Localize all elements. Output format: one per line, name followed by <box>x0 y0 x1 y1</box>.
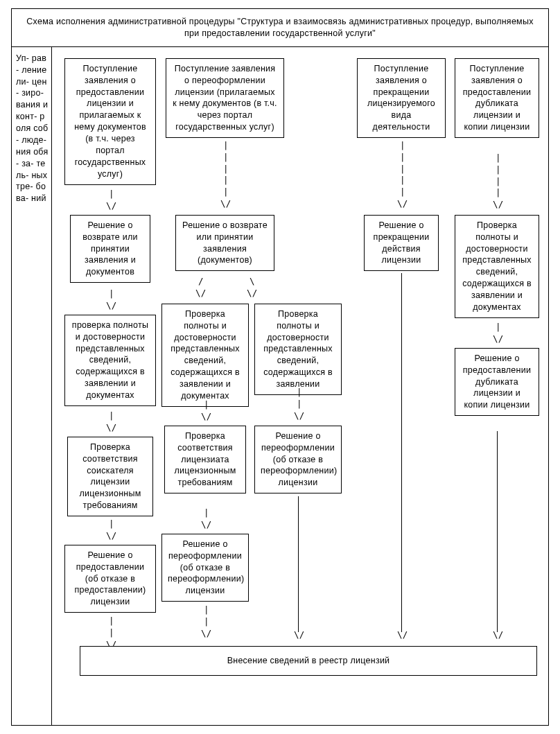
arrow: |||||\/ <box>220 140 231 210</box>
node-c2-r4a: Проверка соответствия лицензиата лицензи… <box>164 426 246 493</box>
node-c1-r5: Решение о предоставлении (об отказе в пр… <box>64 545 156 613</box>
node-c1-r2: Решение о возврате или принятии заявлени… <box>70 215 150 283</box>
node-final: Внесение сведений в реестр лицензий <box>80 646 537 676</box>
node-c2-r3b: Проверка полноты и достоверности предста… <box>254 304 342 395</box>
arrow: |\/ <box>493 322 504 345</box>
arrow: |\/ <box>106 189 117 212</box>
arrow: /\/ <box>195 276 207 299</box>
arrow: |\/ <box>201 507 212 531</box>
page: Схема исполнения административной процед… <box>0 0 560 734</box>
text: Решение о предоставлении дубликата лицен… <box>463 353 531 410</box>
node-c1-r4: Проверка соответствия соискателя лицензи… <box>67 437 153 516</box>
text: Поступление заявления о предоставлении л… <box>74 64 146 179</box>
arrow: \\/ <box>247 276 258 299</box>
text: Решение о переоформлении (об отказе в пе… <box>168 539 244 596</box>
text: Поступление заявления о предоставлении д… <box>463 64 531 132</box>
arrow: |||||\/ <box>397 140 408 210</box>
node-c1-r1: Поступление заявления о предоставлении л… <box>64 58 156 185</box>
node-c3-r2: Решение о прекращении действия лицензии <box>364 215 439 272</box>
text: Проверка полноты и достоверности предста… <box>170 309 240 401</box>
swimlane-label: Уп- рав- ление ли- цен- зиро- вания и ко… <box>12 47 52 725</box>
arrow: \/ <box>294 629 305 641</box>
arrow: \/ <box>397 629 408 641</box>
node-c2-r5: Решение о переоформлении (об отказе в пе… <box>161 534 249 602</box>
text: Решение о возврате или принятии заявлени… <box>82 220 138 277</box>
arrow: ||||\/ <box>493 152 504 211</box>
text: Решение о переоформлении (об отказе в пе… <box>261 431 337 488</box>
connector-line <box>401 273 402 632</box>
text: Проверка соответствия лицензиата лицензи… <box>174 431 236 488</box>
node-c4-r2: Проверка полноты и достоверности предста… <box>455 215 539 318</box>
node-c4-r3: Решение о предоставлении дубликата лицен… <box>455 348 539 416</box>
text: Проверка полноты и достоверности предста… <box>462 220 532 312</box>
node-c2-r2: Решение о возврате или принятии заявлени… <box>175 215 274 272</box>
node-c1-r3: проверка полноты и достоверности предста… <box>64 315 156 406</box>
text: Поступление заявления о прекращении лице… <box>367 64 435 132</box>
swimlane-text: Уп- рав- ление ли- цен- зиро- вания и ко… <box>16 53 49 204</box>
node-c2-r4b: Решение о переоформлении (об отказе в пе… <box>254 426 342 493</box>
connector-line <box>298 496 299 632</box>
text: Решение о прекращении действия лицензии <box>374 220 430 265</box>
node-c4-r1: Поступление заявления о предоставлении д… <box>455 58 539 138</box>
node-c2-r3a: Проверка полноты и достоверности предста… <box>161 304 249 407</box>
text: Решение о предоставлении (об отказе в пр… <box>75 550 146 607</box>
arrow: |\/ <box>106 410 117 434</box>
node-c3-r1: Поступление заявления о прекращении лице… <box>357 58 446 138</box>
text: проверка полноты и достоверности предста… <box>72 320 148 400</box>
text: Внесение сведений в реестр лицензий <box>227 656 390 665</box>
arrow: |\/ <box>106 288 117 312</box>
arrow: |\/ <box>106 518 117 542</box>
text: Проверка соответствия соискателя лицензи… <box>79 442 141 510</box>
flow-area: Поступление заявления о предоставлении л… <box>52 47 548 725</box>
diagram-title: Схема исполнения административной процед… <box>11 8 549 47</box>
node-c2-r1: Поступление заявления о переоформлении л… <box>166 58 284 138</box>
title-text: Схема исполнения административной процед… <box>26 17 533 38</box>
arrow: ||\/ <box>201 604 212 640</box>
text: Проверка полноты и достоверности предста… <box>263 309 333 389</box>
connector-line <box>497 431 498 632</box>
arrow: \/ <box>493 629 504 641</box>
text: Решение о возврате или принятии заявлени… <box>182 220 268 265</box>
diagram-body: Уп- рав- ление ли- цен- зиро- вания и ко… <box>11 47 549 726</box>
text: Поступление заявления о переоформлении л… <box>173 64 277 132</box>
